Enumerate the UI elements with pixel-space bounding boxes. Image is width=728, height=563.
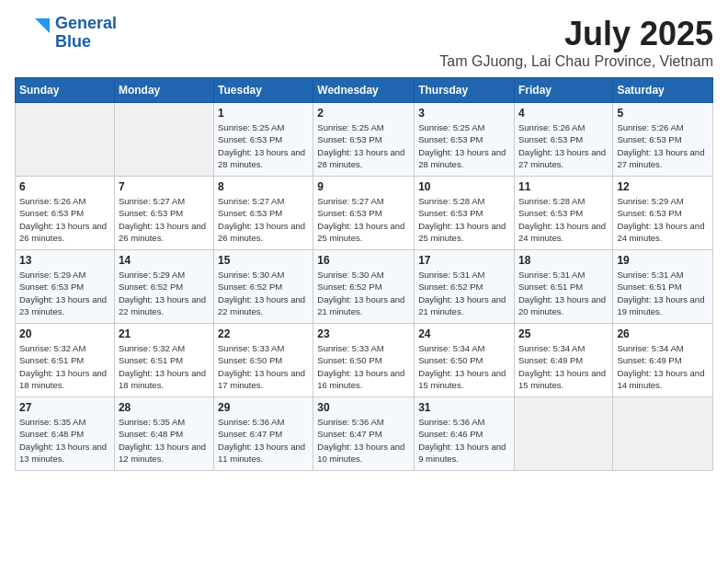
calendar-cell: 15Sunrise: 5:30 AM Sunset: 6:52 PM Dayli… <box>214 250 313 324</box>
calendar-cell: 21Sunrise: 5:32 AM Sunset: 6:51 PM Dayli… <box>114 324 213 397</box>
day-number: 17 <box>418 254 510 267</box>
day-info: Sunrise: 5:27 AM Sunset: 6:53 PM Dayligh… <box>119 195 210 244</box>
calendar-cell: 12Sunrise: 5:29 AM Sunset: 6:53 PM Dayli… <box>613 177 713 250</box>
day-info: Sunrise: 5:32 AM Sunset: 6:51 PM Dayligh… <box>119 342 210 391</box>
day-info: Sunrise: 5:31 AM Sunset: 6:51 PM Dayligh… <box>617 269 709 317</box>
calendar-cell: 8Sunrise: 5:27 AM Sunset: 6:53 PM Daylig… <box>214 177 313 250</box>
calendar-cell: 16Sunrise: 5:30 AM Sunset: 6:52 PM Dayli… <box>313 250 415 324</box>
calendar-cell: 22Sunrise: 5:33 AM Sunset: 6:50 PM Dayli… <box>214 324 313 397</box>
weekday-header-thursday: Thursday <box>415 78 515 103</box>
calendar-cell: 13Sunrise: 5:29 AM Sunset: 6:53 PM Dayli… <box>16 250 115 324</box>
day-info: Sunrise: 5:32 AM Sunset: 6:51 PM Dayligh… <box>19 342 110 391</box>
day-info: Sunrise: 5:28 AM Sunset: 6:53 PM Dayligh… <box>518 195 609 244</box>
logo-line2: Blue <box>55 33 117 52</box>
day-number: 31 <box>418 401 510 414</box>
calendar-cell: 7Sunrise: 5:27 AM Sunset: 6:53 PM Daylig… <box>114 177 213 250</box>
calendar-cell: 3Sunrise: 5:25 AM Sunset: 6:53 PM Daylig… <box>415 103 515 177</box>
calendar-week-4: 20Sunrise: 5:32 AM Sunset: 6:51 PM Dayli… <box>16 324 713 397</box>
day-number: 22 <box>218 327 309 340</box>
day-number: 26 <box>617 327 709 340</box>
calendar-cell: 17Sunrise: 5:31 AM Sunset: 6:52 PM Dayli… <box>415 250 515 324</box>
calendar-table: SundayMondayTuesdayWednesdayThursdayFrid… <box>15 77 713 471</box>
calendar-cell: 31Sunrise: 5:36 AM Sunset: 6:46 PM Dayli… <box>415 397 515 471</box>
day-number: 12 <box>617 180 709 193</box>
calendar-week-5: 27Sunrise: 5:35 AM Sunset: 6:48 PM Dayli… <box>16 397 713 471</box>
calendar-cell: 4Sunrise: 5:26 AM Sunset: 6:53 PM Daylig… <box>514 103 612 177</box>
day-number: 1 <box>218 107 309 120</box>
weekday-header-wednesday: Wednesday <box>313 78 415 103</box>
calendar-cell: 26Sunrise: 5:34 AM Sunset: 6:49 PM Dayli… <box>613 324 713 397</box>
day-number: 5 <box>617 107 709 120</box>
day-number: 9 <box>317 180 410 193</box>
calendar-cell: 20Sunrise: 5:32 AM Sunset: 6:51 PM Dayli… <box>16 324 115 397</box>
calendar-week-3: 13Sunrise: 5:29 AM Sunset: 6:53 PM Dayli… <box>16 250 713 324</box>
weekday-header-tuesday: Tuesday <box>214 78 313 103</box>
logo-text: GeneralBlue <box>55 15 117 52</box>
day-number: 27 <box>19 401 110 414</box>
day-number: 16 <box>317 254 410 267</box>
day-number: 2 <box>317 107 410 120</box>
day-info: Sunrise: 5:29 AM Sunset: 6:53 PM Dayligh… <box>19 269 110 317</box>
calendar-week-2: 6Sunrise: 5:26 AM Sunset: 6:53 PM Daylig… <box>16 177 713 250</box>
day-info: Sunrise: 5:29 AM Sunset: 6:53 PM Dayligh… <box>617 195 709 244</box>
calendar-cell <box>613 397 713 471</box>
day-info: Sunrise: 5:34 AM Sunset: 6:49 PM Dayligh… <box>518 342 609 391</box>
day-info: Sunrise: 5:33 AM Sunset: 6:50 PM Dayligh… <box>218 342 309 391</box>
calendar-cell <box>114 103 213 177</box>
day-info: Sunrise: 5:25 AM Sunset: 6:53 PM Dayligh… <box>218 121 309 170</box>
calendar-cell <box>16 103 115 177</box>
day-number: 29 <box>218 401 309 414</box>
weekday-header-friday: Friday <box>514 78 612 103</box>
calendar-cell: 30Sunrise: 5:36 AM Sunset: 6:47 PM Dayli… <box>313 397 415 471</box>
weekday-header-monday: Monday <box>114 78 213 103</box>
calendar-cell: 10Sunrise: 5:28 AM Sunset: 6:53 PM Dayli… <box>415 177 515 250</box>
day-number: 15 <box>218 254 309 267</box>
calendar-cell: 14Sunrise: 5:29 AM Sunset: 6:52 PM Dayli… <box>114 250 213 324</box>
day-info: Sunrise: 5:30 AM Sunset: 6:52 PM Dayligh… <box>317 269 410 317</box>
day-info: Sunrise: 5:34 AM Sunset: 6:49 PM Dayligh… <box>617 342 709 391</box>
calendar-cell <box>514 397 612 471</box>
calendar-cell: 9Sunrise: 5:27 AM Sunset: 6:53 PM Daylig… <box>313 177 415 250</box>
calendar-cell: 2Sunrise: 5:25 AM Sunset: 6:53 PM Daylig… <box>313 103 415 177</box>
day-info: Sunrise: 5:31 AM Sunset: 6:52 PM Dayligh… <box>418 269 510 317</box>
day-info: Sunrise: 5:26 AM Sunset: 6:53 PM Dayligh… <box>617 121 709 170</box>
day-number: 23 <box>317 327 410 340</box>
day-info: Sunrise: 5:33 AM Sunset: 6:50 PM Dayligh… <box>317 342 410 391</box>
day-number: 6 <box>19 180 110 193</box>
weekday-header-row: SundayMondayTuesdayWednesdayThursdayFrid… <box>16 78 713 103</box>
day-info: Sunrise: 5:35 AM Sunset: 6:48 PM Dayligh… <box>119 416 210 465</box>
day-number: 10 <box>418 180 510 193</box>
day-number: 25 <box>518 327 609 340</box>
weekday-header-sunday: Sunday <box>16 78 115 103</box>
day-number: 24 <box>418 327 510 340</box>
day-info: Sunrise: 5:25 AM Sunset: 6:53 PM Dayligh… <box>418 121 510 170</box>
day-info: Sunrise: 5:35 AM Sunset: 6:48 PM Dayligh… <box>19 416 110 465</box>
day-number: 4 <box>518 107 609 120</box>
day-info: Sunrise: 5:36 AM Sunset: 6:47 PM Dayligh… <box>317 416 410 465</box>
day-number: 3 <box>418 107 510 120</box>
day-number: 19 <box>617 254 709 267</box>
day-info: Sunrise: 5:25 AM Sunset: 6:53 PM Dayligh… <box>317 121 410 170</box>
day-number: 7 <box>119 180 210 193</box>
day-info: Sunrise: 5:27 AM Sunset: 6:53 PM Dayligh… <box>218 195 309 244</box>
day-number: 28 <box>119 401 210 414</box>
day-number: 18 <box>518 254 609 267</box>
day-info: Sunrise: 5:30 AM Sunset: 6:52 PM Dayligh… <box>218 269 309 317</box>
calendar-cell: 28Sunrise: 5:35 AM Sunset: 6:48 PM Dayli… <box>114 397 213 471</box>
calendar-cell: 19Sunrise: 5:31 AM Sunset: 6:51 PM Dayli… <box>613 250 713 324</box>
weekday-header-saturday: Saturday <box>613 78 713 103</box>
day-number: 8 <box>218 180 309 193</box>
calendar-cell: 1Sunrise: 5:25 AM Sunset: 6:53 PM Daylig… <box>214 103 313 177</box>
calendar-cell: 5Sunrise: 5:26 AM Sunset: 6:53 PM Daylig… <box>613 103 713 177</box>
logo: GeneralBlue <box>15 15 117 52</box>
day-info: Sunrise: 5:34 AM Sunset: 6:50 PM Dayligh… <box>418 342 510 391</box>
calendar-cell: 23Sunrise: 5:33 AM Sunset: 6:50 PM Dayli… <box>313 324 415 397</box>
day-number: 20 <box>19 327 110 340</box>
day-number: 30 <box>317 401 410 414</box>
logo-svg <box>15 15 51 52</box>
calendar-header: SundayMondayTuesdayWednesdayThursdayFrid… <box>16 78 713 103</box>
calendar-cell: 11Sunrise: 5:28 AM Sunset: 6:53 PM Dayli… <box>514 177 612 250</box>
logo-line1: General <box>55 15 117 33</box>
location-subtitle: Tam GJuong, Lai Chau Province, Vietnam <box>439 53 713 70</box>
month-year-title: July 2025 <box>439 15 713 53</box>
